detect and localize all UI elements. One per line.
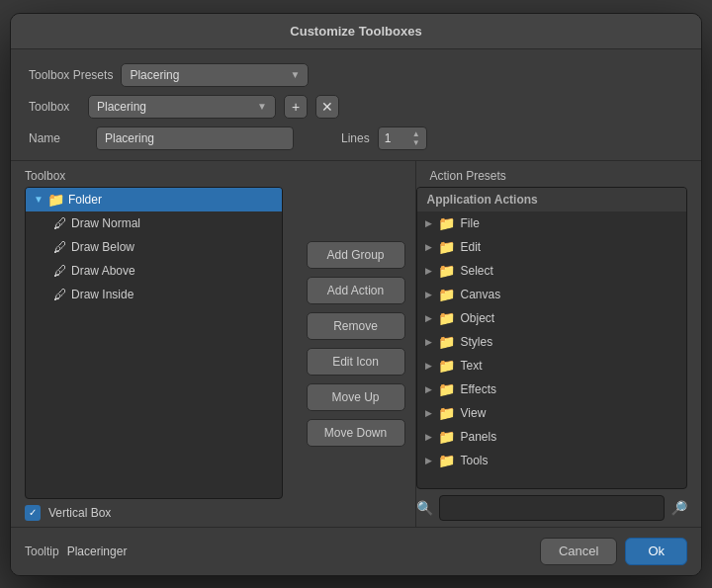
- object-expand-arrow-icon: ▶: [425, 313, 432, 323]
- search-input[interactable]: [439, 495, 666, 521]
- tools-folder-icon: 📁: [438, 453, 455, 468]
- action-buttons-column: Add Group Add Action Remove Edit Icon Mo…: [297, 161, 415, 527]
- remove-toolbox-button[interactable]: ✕: [315, 95, 339, 119]
- toolbox-list[interactable]: ▼ 📁 Folder 🖊 Draw Normal 🖊 Draw Below: [25, 187, 283, 499]
- vertical-box-label: Vertical Box: [48, 506, 111, 520]
- toolbox-label: Toolbox: [29, 100, 80, 114]
- app-actions-header: Application Actions: [417, 188, 687, 211]
- ok-button[interactable]: Ok: [625, 538, 687, 565]
- edit-icon-button[interactable]: Edit Icon: [307, 348, 405, 376]
- toolbox-row: Toolbox Placering ▼ + ✕: [29, 95, 683, 119]
- draw-inside-icon: 🖊: [53, 287, 67, 302]
- draw-below-item[interactable]: 🖊 Draw Below: [26, 235, 282, 259]
- text-folder-icon: 📁: [438, 358, 455, 374]
- tools-expand-arrow-icon: ▶: [425, 456, 432, 465]
- draw-below-icon: 🖊: [53, 239, 67, 255]
- styles-expand-arrow-icon: ▶: [425, 337, 432, 347]
- draw-above-icon: 🖊: [53, 263, 67, 279]
- presets-label: Toolbox Presets: [29, 68, 113, 82]
- toolbox-section-header: Toolbox: [11, 161, 297, 187]
- file-expand-arrow-icon: ▶: [425, 218, 432, 228]
- toolbox-folder-item[interactable]: ▼ 📁 Folder: [26, 188, 282, 211]
- lines-label: Lines: [341, 131, 370, 145]
- cancel-button[interactable]: Cancel: [540, 538, 617, 565]
- view-folder-icon: 📁: [438, 405, 455, 421]
- folder-icon: 📁: [47, 192, 64, 208]
- add-toolbox-button[interactable]: +: [284, 95, 308, 119]
- edit-expand-arrow-icon: ▶: [425, 242, 432, 252]
- preset-object[interactable]: ▶ 📁 Object: [417, 306, 687, 330]
- select-folder-icon: 📁: [438, 263, 455, 279]
- dialog-title: Customize Toolboxes: [11, 14, 701, 49]
- main-content: Toolbox ▼ 📁 Folder 🖊 Draw Normal: [11, 161, 701, 527]
- search-icon: 🔍: [416, 500, 433, 516]
- panels-expand-arrow-icon: ▶: [425, 432, 432, 442]
- preset-styles[interactable]: ▶ 📁 Styles: [417, 330, 687, 354]
- action-presets-header: Action Presets: [416, 161, 702, 187]
- view-expand-arrow-icon: ▶: [425, 408, 432, 418]
- lines-up-arrow-icon[interactable]: ▲: [412, 129, 420, 138]
- vertical-box-row: ✓ Vertical Box: [11, 499, 297, 527]
- text-expand-arrow-icon: ▶: [425, 361, 432, 371]
- add-group-button[interactable]: Add Group: [307, 241, 405, 269]
- tooltip-value: Placeringer: [67, 545, 128, 558]
- effects-expand-arrow-icon: ▶: [425, 384, 432, 394]
- presets-list[interactable]: Application Actions ▶ 📁 File ▶ 📁 Edit ▶ …: [416, 187, 688, 489]
- form-area: Toolbox Presets Placering ▼ Toolbox Plac…: [11, 49, 701, 161]
- preset-canvas[interactable]: ▶ 📁 Canvas: [417, 283, 687, 306]
- presets-select[interactable]: Placering ▼: [121, 63, 309, 87]
- object-folder-icon: 📁: [438, 310, 455, 326]
- lines-spinner-arrows[interactable]: ▲ ▼: [412, 129, 420, 147]
- draw-inside-item[interactable]: 🖊 Draw Inside: [26, 283, 282, 306]
- move-up-button[interactable]: Move Up: [307, 383, 405, 411]
- folder-expand-arrow-icon: ▼: [34, 194, 44, 205]
- search-bar: 🔍 🔎: [416, 489, 702, 527]
- edit-folder-icon: 📁: [438, 239, 455, 255]
- name-input[interactable]: [96, 126, 294, 150]
- styles-folder-icon: 📁: [438, 334, 455, 350]
- preset-select[interactable]: ▶ 📁 Select: [417, 259, 687, 283]
- preset-edit[interactable]: ▶ 📁 Edit: [417, 235, 687, 259]
- add-action-button[interactable]: Add Action: [307, 277, 405, 304]
- file-folder-icon: 📁: [438, 215, 455, 231]
- tooltip-label: Tooltip: [25, 545, 59, 558]
- preset-tools[interactable]: ▶ 📁 Tools: [417, 449, 687, 472]
- preset-effects[interactable]: ▶ 📁 Effects: [417, 378, 687, 401]
- effects-folder-icon: 📁: [438, 381, 455, 397]
- zoom-icon[interactable]: 🔎: [670, 500, 687, 516]
- draw-normal-icon: 🖊: [53, 215, 67, 231]
- toolbox-and-buttons: ▼ 📁 Folder 🖊 Draw Normal 🖊 Draw Below: [11, 187, 297, 499]
- lines-spinner[interactable]: 1 ▲ ▼: [378, 126, 427, 150]
- toolbox-chevron-icon: ▼: [257, 101, 267, 112]
- presets-chevron-icon: ▼: [290, 69, 300, 80]
- middle-section: ▼ 📁 Folder 🖊 Draw Normal 🖊 Draw Below: [11, 187, 297, 499]
- presets-row: Toolbox Presets Placering ▼: [29, 63, 683, 87]
- preset-panels[interactable]: ▶ 📁 Panels: [417, 425, 687, 449]
- name-label: Name: [29, 131, 88, 145]
- preset-file[interactable]: ▶ 📁 File: [417, 211, 687, 235]
- lines-down-arrow-icon[interactable]: ▼: [412, 138, 420, 147]
- move-down-button[interactable]: Move Down: [307, 419, 405, 447]
- bottom-bar: Tooltip Placeringer Cancel Ok: [11, 527, 701, 575]
- canvas-expand-arrow-icon: ▶: [425, 290, 432, 299]
- canvas-folder-icon: 📁: [438, 287, 455, 302]
- customize-toolboxes-dialog: Customize Toolboxes Toolbox Presets Plac…: [10, 13, 702, 576]
- preset-view[interactable]: ▶ 📁 View: [417, 401, 687, 425]
- vertical-box-checkbox[interactable]: ✓: [25, 505, 41, 521]
- name-row: Name Lines 1 ▲ ▼: [29, 126, 683, 150]
- left-panel: Toolbox ▼ 📁 Folder 🖊 Draw Normal: [11, 161, 297, 527]
- toolbox-select[interactable]: Placering ▼: [88, 95, 276, 119]
- draw-above-item[interactable]: 🖊 Draw Above: [26, 259, 282, 283]
- right-panel: Action Presets Application Actions ▶ 📁 F…: [415, 161, 702, 527]
- draw-normal-item[interactable]: 🖊 Draw Normal: [26, 211, 282, 235]
- panels-folder-icon: 📁: [438, 429, 455, 445]
- right-scroll-panel: Application Actions ▶ 📁 File ▶ 📁 Edit ▶ …: [416, 187, 702, 489]
- select-expand-arrow-icon: ▶: [425, 266, 432, 276]
- toolbox-list-wrapper: ▼ 📁 Folder 🖊 Draw Normal 🖊 Draw Below: [11, 187, 297, 499]
- preset-text[interactable]: ▶ 📁 Text: [417, 354, 687, 378]
- remove-button[interactable]: Remove: [307, 312, 405, 340]
